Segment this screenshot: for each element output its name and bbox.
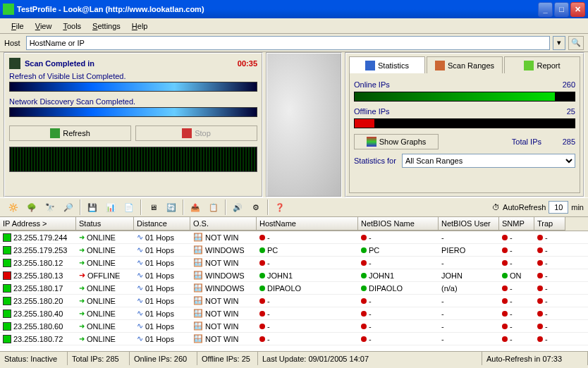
table-row[interactable]: 23.255.179.244➜ ONLINE∿ 01 Hops🪟 NOT WIN… (0, 231, 588, 244)
col-status[interactable]: Status (76, 217, 134, 231)
online-bar (354, 92, 575, 102)
col-hostname[interactable]: HostName (257, 217, 358, 231)
tb-settings-icon[interactable]: ⚙ (247, 199, 265, 216)
tb-log-icon[interactable]: 📄 (120, 199, 138, 216)
table-row[interactable]: 23.255.180.60➜ ONLINE∿ 01 Hops🪟 NOT WIN … (0, 320, 588, 333)
dot-icon (361, 336, 367, 342)
table-row[interactable]: 23.255.180.13➜ OFFLINE∿ 01 Hops🪟 WINDOWS… (0, 269, 588, 282)
status-square-icon (3, 284, 11, 293)
arrow-icon: ➜ (79, 309, 85, 317)
dot-icon (259, 286, 265, 291)
autorefresh-unit: min (571, 203, 584, 211)
arrow-icon: ➜ (79, 335, 85, 343)
status-square-icon (3, 297, 11, 305)
arrow-icon: ➜ (79, 322, 85, 330)
tb-help-icon[interactable]: ❓ (271, 199, 289, 216)
os-icon: 🪟 (193, 258, 203, 267)
stop-button[interactable]: Stop (135, 125, 257, 141)
tb-find-next-icon[interactable]: 🔎 (59, 199, 78, 216)
menu-file[interactable]: File (6, 20, 30, 32)
app-icon (3, 4, 14, 15)
scan-time: 00:35 (238, 59, 257, 68)
col-netbios-name[interactable]: NetBIOS Name (358, 217, 439, 231)
col-snmp[interactable]: SNMP (499, 217, 534, 231)
range-select[interactable]: All Scan Ranges (402, 154, 575, 168)
dot-icon (361, 324, 367, 329)
os-icon: 🪟 (193, 245, 203, 254)
os-icon: 🪟 (193, 309, 203, 318)
search-button[interactable]: 🔍 (568, 36, 584, 50)
col-os[interactable]: O.S. (190, 217, 257, 231)
online-label: Online IPs (354, 80, 390, 89)
tab-report[interactable]: Report (504, 56, 580, 73)
dot-icon (361, 298, 367, 304)
table-row[interactable]: 23.255.180.12➜ ONLINE∿ 01 Hops🪟 NOT WIN … (0, 257, 588, 269)
col-ip[interactable]: IP Address > (0, 217, 76, 231)
spectrum-visualizer (9, 147, 257, 172)
dot-icon (502, 324, 508, 329)
tb-scope-icon[interactable]: 🔆 (4, 199, 23, 216)
tb-save-icon[interactable]: 💾 (83, 199, 102, 216)
status-square-icon (3, 309, 11, 318)
maximize-button[interactable]: □ (554, 2, 569, 17)
tb-binoculars-icon[interactable]: 🔭 (41, 199, 59, 216)
host-input[interactable] (26, 36, 550, 50)
hops-icon: ∿ (137, 233, 143, 242)
tab-scan-ranges[interactable]: Scan Ranges (427, 56, 503, 73)
dot-icon (537, 311, 543, 317)
offline-label: Offline IPs (354, 107, 390, 116)
table-row[interactable]: 23.255.180.72➜ ONLINE∿ 01 Hops🪟 NOT WIN … (0, 333, 588, 345)
dot-icon (502, 235, 508, 240)
tb-sound-icon[interactable]: 🔊 (228, 199, 247, 216)
tb-export-icon[interactable]: 📤 (186, 199, 204, 216)
autorefresh-input[interactable] (549, 201, 568, 214)
tb-host-icon[interactable]: 🖥 (144, 199, 162, 216)
table-row[interactable]: 23.255.179.253➜ ONLINE∿ 01 Hops🪟 WINDOWS… (0, 244, 588, 257)
hops-icon: ∿ (137, 309, 143, 318)
stats-for-label: Statistics for (354, 157, 396, 165)
hops-icon: ∿ (137, 321, 143, 331)
table-row[interactable]: 23.255.180.20➜ ONLINE∿ 01 Hops🪟 NOT WIN … (0, 295, 588, 307)
dot-icon (259, 260, 265, 266)
col-distance[interactable]: Distance (134, 217, 190, 231)
os-icon: 🪟 (193, 296, 203, 305)
hops-icon: ∿ (137, 271, 143, 280)
dot-icon (537, 273, 543, 278)
table-row[interactable]: 23.255.180.17➜ ONLINE∿ 01 Hops🪟 WINDOWS … (0, 282, 588, 295)
stats-panel: Statistics Scan Ranges Report Online IPs… (345, 52, 584, 197)
menu-help[interactable]: Help (126, 20, 154, 32)
host-dropdown-icon[interactable]: ▾ (553, 36, 565, 50)
tb-graph-icon[interactable]: 📊 (102, 199, 120, 216)
dot-icon (537, 298, 543, 304)
status-square-icon (3, 259, 11, 267)
menu-view[interactable]: View (30, 20, 58, 32)
grid-body[interactable]: 23.255.179.244➜ ONLINE∿ 01 Hops🪟 NOT WIN… (0, 231, 588, 351)
refresh-icon (50, 128, 60, 138)
logo-panel (266, 52, 342, 197)
dot-icon (502, 336, 508, 342)
total-label: Total IPs (444, 137, 541, 146)
arrow-icon: ➜ (79, 284, 85, 292)
dot-icon (502, 273, 508, 278)
sb-online: Online IPs: 260 (130, 352, 197, 365)
scan-icon (9, 58, 20, 69)
dot-icon (502, 298, 508, 304)
arrow-icon: ➜ (79, 246, 85, 254)
tb-refresh-icon[interactable]: 🔄 (162, 199, 180, 216)
table-row[interactable]: 23.255.180.40➜ ONLINE∿ 01 Hops🪟 NOT WIN … (0, 307, 588, 320)
tb-tree-icon[interactable]: 🌳 (23, 199, 41, 216)
minimize-button[interactable]: _ (538, 2, 553, 17)
col-netbios-user[interactable]: NetBIOS User (439, 217, 499, 231)
close-button[interactable]: ✕ (570, 2, 585, 17)
refresh-button[interactable]: Refresh (9, 125, 131, 141)
window-title: TestProfile - Look@Lan (http://www.looka… (17, 5, 538, 13)
refresh-status: Refresh of Visible List Completed. (9, 72, 257, 80)
menu-tools[interactable]: Tools (57, 20, 87, 32)
tb-report-icon[interactable]: 📋 (204, 199, 223, 216)
show-graphs-button[interactable]: Show Graphs (354, 134, 439, 149)
arrow-icon: ➜ (79, 297, 85, 305)
status-square-icon (3, 246, 11, 254)
col-trap[interactable]: Trap (534, 217, 565, 231)
menu-settings[interactable]: Settings (87, 20, 126, 32)
tab-statistics[interactable]: Statistics (349, 56, 425, 73)
